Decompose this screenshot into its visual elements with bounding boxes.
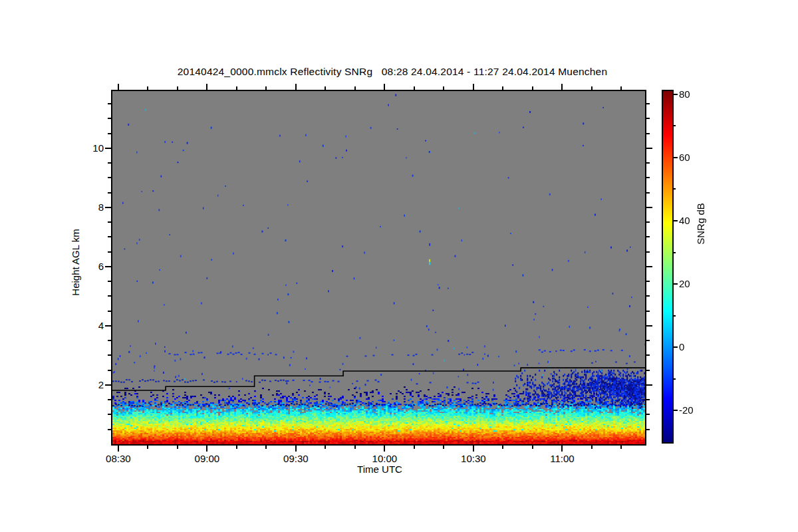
x-tick-bottom: [384, 446, 385, 452]
y-tick-label: 10: [77, 142, 104, 154]
colorbar-minor-tick: [674, 188, 676, 190]
x-tick-top: [620, 86, 622, 90]
y-tick-right: [646, 221, 650, 223]
x-tick-bottom: [620, 446, 622, 449]
x-tick-label: 08:30: [98, 453, 138, 464]
y-tick-right: [646, 370, 650, 371]
y-tick-left: [105, 325, 111, 327]
colorbar-canvas: [663, 91, 672, 442]
y-tick-label: 4: [77, 320, 104, 332]
colorbar: [662, 90, 674, 444]
y-tick-label: 8: [77, 201, 104, 213]
x-tick-bottom: [177, 446, 178, 449]
x-tick-top: [354, 86, 356, 90]
x-tick-bottom: [147, 446, 148, 449]
y-tick-label: 6: [77, 261, 104, 273]
colorbar-tick: [674, 220, 678, 221]
y-tick-right: [646, 236, 650, 237]
y-tick-left: [105, 207, 111, 208]
x-tick-top: [265, 86, 267, 90]
x-tick-top: [384, 84, 385, 90]
x-tick-label: 10:30: [454, 453, 493, 464]
chart-title: 20140424_0000.mmclx Reflectivity SNRg 08…: [0, 66, 785, 78]
x-tick-top: [147, 86, 148, 90]
x-tick-top: [502, 86, 503, 90]
y-tick-right: [646, 207, 652, 208]
x-tick-top: [177, 86, 178, 90]
y-tick-left: [108, 192, 111, 194]
x-tick-top: [206, 84, 207, 90]
x-tick-bottom: [443, 446, 444, 449]
x-tick-bottom: [325, 446, 326, 449]
x-tick-bottom: [473, 446, 474, 452]
x-tick-bottom: [118, 446, 119, 452]
x-tick-label: 09:30: [276, 453, 316, 464]
x-tick-bottom: [265, 446, 267, 449]
y-tick-right: [646, 118, 650, 119]
x-tick-bottom: [295, 446, 297, 452]
x-tick-bottom: [414, 446, 415, 449]
y-tick-left: [105, 148, 111, 149]
y-tick-right: [646, 399, 650, 400]
x-tick-top: [443, 86, 444, 90]
colorbar-tick: [674, 283, 678, 285]
colorbar-minor-tick: [674, 125, 676, 126]
x-tick-label: 11:00: [542, 453, 582, 464]
plot-area: [111, 90, 646, 446]
x-tick-top: [236, 86, 237, 90]
x-tick-bottom: [354, 446, 356, 449]
y-tick-right: [646, 325, 652, 327]
colorbar-tick-label: 20: [679, 278, 708, 290]
y-tick-left: [108, 118, 111, 119]
y-tick-right: [646, 281, 650, 282]
y-tick-left: [108, 354, 111, 356]
x-tick-bottom: [502, 446, 503, 449]
x-tick-top: [118, 84, 119, 90]
y-tick-left: [108, 133, 111, 134]
y-tick-left: [108, 221, 111, 223]
y-tick-left: [108, 251, 111, 253]
colorbar-tick-label: -20: [679, 404, 708, 416]
y-tick-left: [108, 311, 111, 312]
y-tick-left: [108, 236, 111, 237]
y-tick-left: [108, 414, 111, 415]
x-tick-top: [561, 84, 563, 90]
colorbar-tick: [674, 346, 678, 348]
x-tick-bottom: [591, 446, 593, 449]
colorbar-tick-label: 0: [679, 341, 708, 353]
y-tick-left: [108, 295, 111, 297]
y-tick-right: [646, 103, 650, 104]
y-tick-right: [646, 311, 650, 312]
y-tick-right: [646, 429, 650, 430]
x-tick-bottom: [206, 446, 207, 452]
y-tick-label: 2: [77, 379, 104, 391]
colorbar-label: SNRg dB: [695, 177, 706, 271]
y-tick-left: [108, 340, 111, 341]
y-tick-right: [646, 192, 650, 194]
radar-reflectivity-figure: 20140424_0000.mmclx Reflectivity SNRg 08…: [0, 0, 798, 532]
y-tick-right: [646, 177, 650, 178]
y-tick-left: [108, 177, 111, 178]
y-tick-right: [646, 340, 650, 341]
y-tick-right: [646, 251, 650, 253]
y-tick-left: [108, 370, 111, 371]
y-tick-left: [108, 281, 111, 282]
colorbar-tick: [674, 157, 678, 158]
x-tick-label: 10:00: [364, 453, 404, 464]
x-tick-top: [591, 86, 593, 90]
y-tick-left: [108, 103, 111, 104]
x-tick-top: [414, 86, 415, 90]
y-tick-left: [108, 162, 111, 164]
colorbar-tick-label: 60: [679, 152, 708, 164]
y-tick-left: [105, 266, 111, 267]
x-tick-bottom: [532, 446, 533, 449]
x-tick-top: [473, 84, 474, 90]
y-tick-right: [646, 354, 650, 356]
y-tick-left: [105, 384, 111, 386]
y-tick-right: [646, 414, 650, 415]
colorbar-minor-tick: [674, 252, 676, 253]
x-tick-top: [295, 84, 297, 90]
y-tick-left: [108, 399, 111, 400]
heatmap-canvas: [112, 91, 645, 444]
colorbar-tick-label: 80: [679, 88, 708, 100]
